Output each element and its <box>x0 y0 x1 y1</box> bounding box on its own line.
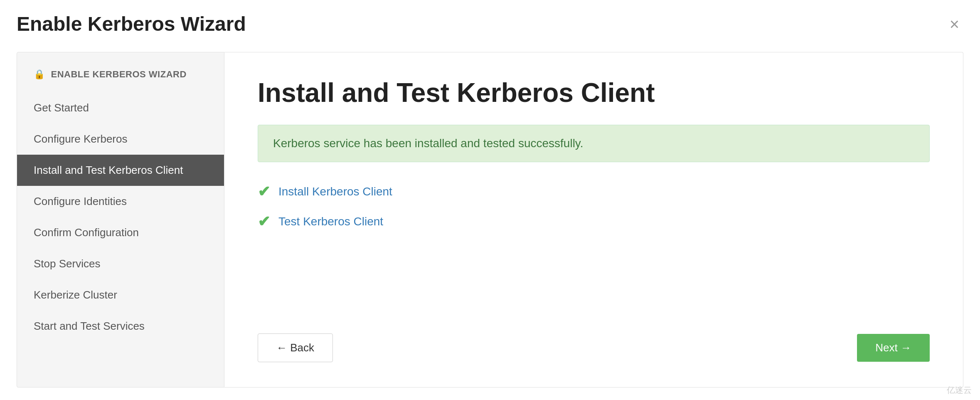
sidebar-item-kerberize-cluster[interactable]: Kerberize Cluster <box>17 279 224 311</box>
main-content: Install and Test Kerberos Client Kerbero… <box>224 52 963 388</box>
install-kerberos-client-link[interactable]: Install Kerberos Client <box>278 185 392 198</box>
success-banner: Kerberos service has been installed and … <box>258 125 930 162</box>
sidebar-item-install-test-kerberos-client[interactable]: Install and Test Kerberos Client <box>17 155 224 186</box>
lock-icon: 🔒 <box>34 69 45 80</box>
button-row: ← Back Next → <box>258 333 930 362</box>
check-icon-test: ✔ <box>258 213 270 230</box>
sidebar-item-configure-kerberos[interactable]: Configure Kerberos <box>17 123 224 155</box>
page-title: Install and Test Kerberos Client <box>258 77 930 108</box>
sidebar-section: 🔒 ENABLE KERBEROS WIZARD <box>17 69 224 92</box>
sidebar-item-confirm-configuration[interactable]: Confirm Configuration <box>17 217 224 248</box>
sidebar-item-stop-services[interactable]: Stop Services <box>17 248 224 279</box>
title-bar: Enable Kerberos Wizard × <box>17 12 963 35</box>
test-kerberos-client-link[interactable]: Test Kerberos Client <box>278 215 383 228</box>
checklist: ✔ Install Kerberos Client ✔ Test Kerbero… <box>258 183 930 230</box>
sidebar: 🔒 ENABLE KERBEROS WIZARD Get Started Con… <box>17 52 224 388</box>
checklist-item-test: ✔ Test Kerberos Client <box>258 213 930 230</box>
sidebar-item-start-and-test-services[interactable]: Start and Test Services <box>17 311 224 342</box>
sidebar-item-get-started[interactable]: Get Started <box>17 92 224 123</box>
sidebar-section-label: ENABLE KERBEROS WIZARD <box>51 69 187 80</box>
back-button[interactable]: ← Back <box>258 333 333 362</box>
dialog-title: Enable Kerberos Wizard <box>17 12 246 35</box>
dialog-wrapper: Enable Kerberos Wizard × 🔒 ENABLE KERBER… <box>0 0 980 400</box>
checklist-item-install: ✔ Install Kerberos Client <box>258 183 930 200</box>
sidebar-item-configure-identities[interactable]: Configure Identities <box>17 186 224 217</box>
check-icon-install: ✔ <box>258 183 270 200</box>
watermark: 亿迷云 <box>947 385 972 396</box>
close-button[interactable]: × <box>946 16 963 32</box>
next-button[interactable]: Next → <box>857 334 930 362</box>
dialog-body: 🔒 ENABLE KERBEROS WIZARD Get Started Con… <box>17 52 963 388</box>
